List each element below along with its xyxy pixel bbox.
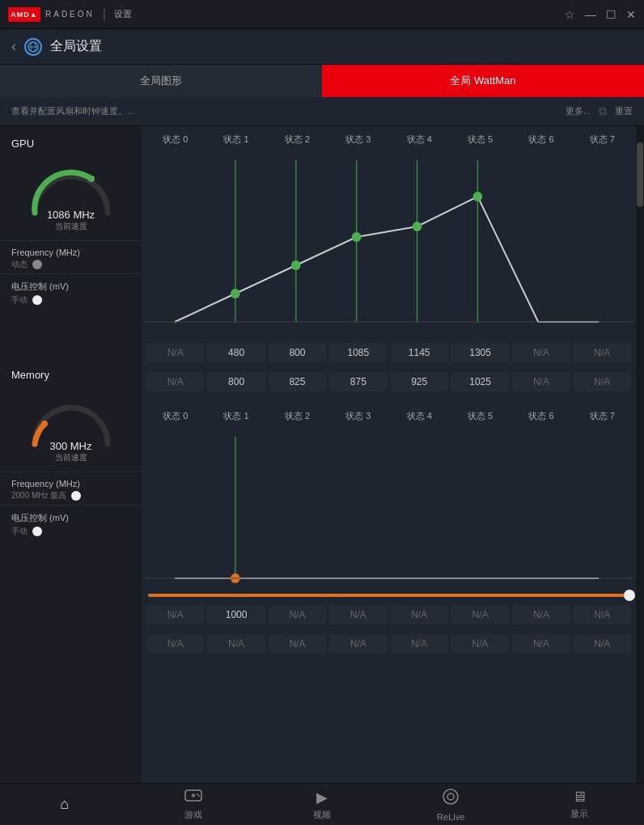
gpu-volt-2[interactable]: 825	[269, 372, 326, 391]
bottom-nav-home[interactable]: ⌂	[0, 796, 129, 813]
gpu-col-0: 状态 0	[145, 133, 205, 146]
gpu-col-5: 状态 5	[450, 133, 511, 146]
gpu-col-4: 状态 4	[389, 133, 450, 146]
gpu-volt-6[interactable]: N/A	[512, 372, 570, 391]
display-icon: 🖥	[572, 789, 587, 806]
mem-col-7: 状态 7	[572, 410, 633, 422]
memory-chart-svg	[145, 437, 633, 590]
relive-icon	[442, 788, 460, 810]
svg-point-12	[291, 260, 301, 270]
gpu-volt-3[interactable]: 875	[329, 372, 387, 391]
mem-freq-4[interactable]: N/A	[391, 605, 448, 624]
memory-col-headers: 状态 0 状态 1 状态 2 状态 3 状态 4 状态 5 状态 6 状态 7	[142, 403, 636, 429]
gpu-voltage-mode: 手动	[11, 294, 130, 306]
gpu-freq-4[interactable]: 1145	[391, 343, 448, 362]
main-layout: GPU 1086 MHz 当前速度 Frequency (MHz) 动态	[0, 126, 644, 783]
gpu-frequency-toggle[interactable]	[32, 260, 42, 269]
mem-volt-4[interactable]: N/A	[391, 634, 448, 654]
mem-freq-5[interactable]: N/A	[451, 605, 509, 624]
memory-chart	[142, 429, 636, 590]
mem-volt-2[interactable]: N/A	[269, 634, 326, 654]
tab-global-wattman[interactable]: 全局 WattMan	[322, 65, 644, 97]
mem-col-2: 状态 2	[267, 410, 328, 422]
bottom-nav-video[interactable]: ▶ 视频	[257, 789, 386, 821]
mem-volt-5[interactable]: N/A	[451, 634, 509, 654]
gpu-voltage-label: 电压控制 (mV)	[11, 281, 130, 293]
memory-voltage-row: 电压控制 (mV) 手动	[0, 505, 142, 540]
svg-point-24	[197, 793, 198, 795]
display-label: 显示	[570, 808, 588, 820]
svg-point-26	[443, 789, 458, 804]
bottom-nav-display[interactable]: 🖥 显示	[515, 789, 644, 820]
gpu-freq-0[interactable]: N/A	[146, 343, 204, 362]
mem-freq-3[interactable]: N/A	[329, 605, 387, 624]
gpu-freq-7[interactable]: N/A	[574, 343, 631, 362]
mem-col-6: 状态 6	[511, 410, 571, 422]
play-icon: ▶	[316, 789, 328, 806]
sub-header-actions: 更多... ⧉ 重置	[566, 104, 633, 118]
close-button[interactable]: ✕	[626, 8, 636, 21]
mem-col-3: 状态 3	[328, 410, 388, 422]
mem-freq-1[interactable]: 1000	[207, 605, 265, 624]
maximize-button[interactable]: ☐	[606, 8, 616, 21]
chart-column: 状态 0 状态 1 状态 2 状态 3 状态 4 状态 5 状态 6 状态 7	[142, 126, 636, 783]
sub-header: 查看并配置风扇和时钟速度。... 更多... ⧉ 重置	[0, 97, 644, 126]
gpu-voltage-toggle[interactable]	[32, 295, 42, 305]
gpu-volt-1[interactable]: 800	[207, 372, 265, 391]
gpu-freq-2[interactable]: 800	[269, 343, 326, 362]
relive-label: ReLive	[437, 812, 464, 822]
memory-voltage-toggle[interactable]	[32, 527, 42, 536]
gpu-freq-5[interactable]: 1305	[451, 343, 509, 362]
mem-freq-7[interactable]: N/A	[574, 605, 631, 624]
svg-point-15	[473, 192, 483, 201]
gpu-gauge-value: 1086 MHz	[47, 209, 95, 221]
gpu-section-label: GPU	[0, 126, 142, 156]
scrollbar-thumb[interactable]	[637, 142, 643, 207]
gpu-freq-3[interactable]: 1085	[329, 343, 387, 362]
gpu-gauge-container: 1086 MHz 当前速度	[0, 156, 142, 240]
left-sidebar: GPU 1086 MHz 当前速度 Frequency (MHz) 动态	[0, 126, 142, 783]
globe-icon	[24, 38, 42, 56]
gpu-volt-7[interactable]: N/A	[574, 372, 631, 391]
memory-frequency-mode: 2000 MHz 最高	[11, 490, 130, 501]
svg-point-3	[88, 176, 95, 182]
star-icon[interactable]: ☆	[565, 8, 575, 21]
back-button[interactable]: ‹	[11, 38, 16, 55]
memory-frequency-toggle[interactable]	[71, 491, 81, 501]
scrollbar[interactable]	[636, 126, 644, 783]
bottom-nav-gaming[interactable]: 游戏	[129, 788, 257, 821]
gaming-label: 游戏	[184, 809, 202, 821]
memory-current-speed-label: 当前速度	[55, 452, 87, 463]
mem-volt-7[interactable]: N/A	[574, 634, 631, 654]
reset-button[interactable]: 重置	[615, 105, 633, 117]
video-label: 视频	[313, 809, 331, 821]
mem-col-5: 状态 5	[450, 410, 511, 422]
mem-volt-6[interactable]: N/A	[512, 634, 570, 654]
gpu-col-6: 状态 6	[511, 133, 571, 146]
gpu-current-speed-label: 当前速度	[55, 221, 87, 232]
copy-icon[interactable]: ⧉	[599, 104, 607, 118]
mem-freq-2[interactable]: N/A	[269, 605, 326, 624]
gpu-col-7: 状态 7	[572, 133, 633, 146]
svg-point-4	[41, 421, 48, 427]
memory-frequency-row: Frequency (MHz) 2000 MHz 最高	[0, 472, 142, 505]
mem-volt-0[interactable]: N/A	[146, 634, 204, 654]
mem-volt-1[interactable]: N/A	[207, 634, 265, 654]
gpu-volt-0[interactable]: N/A	[146, 372, 204, 391]
mem-volt-3[interactable]: N/A	[329, 634, 387, 654]
gpu-volt-4[interactable]: 925	[391, 372, 448, 391]
mem-freq-6[interactable]: N/A	[512, 605, 570, 624]
memory-frequency-values: N/A 1000 N/A N/A N/A N/A N/A N/A	[142, 600, 636, 629]
gpu-volt-5[interactable]: 1025	[451, 372, 509, 391]
memory-frequency-slider[interactable]	[148, 594, 629, 597]
mem-col-1: 状态 1	[205, 410, 266, 422]
gpu-freq-6[interactable]: N/A	[512, 343, 570, 362]
more-button[interactable]: 更多...	[566, 105, 591, 117]
bottom-nav-relive[interactable]: ReLive	[387, 788, 515, 822]
gpu-freq-1[interactable]: 480	[207, 343, 265, 362]
gpu-chart	[142, 152, 636, 338]
minimize-button[interactable]: —	[585, 8, 596, 21]
tab-global-graphics[interactable]: 全局图形	[0, 65, 322, 97]
mem-freq-0[interactable]: N/A	[146, 605, 204, 624]
memory-gauge-container: 300 MHz 当前速度	[0, 387, 142, 472]
